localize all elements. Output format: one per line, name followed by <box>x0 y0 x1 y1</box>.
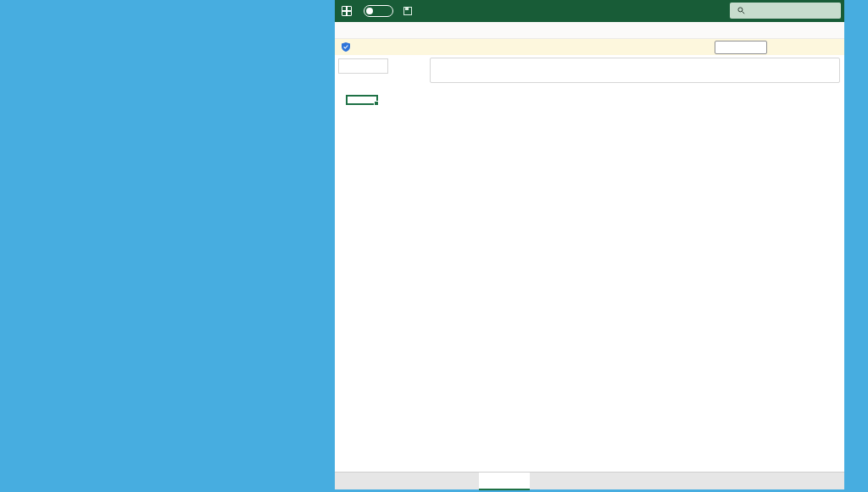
shield-icon <box>342 42 350 52</box>
formula-bar <box>335 55 844 86</box>
name-box[interactable] <box>338 58 388 74</box>
autosave-toggle[interactable] <box>364 5 393 17</box>
document-title <box>492 8 494 15</box>
toggle-knob-icon <box>366 8 373 14</box>
save-icon[interactable] <box>403 7 412 15</box>
column-header-row <box>335 85 844 95</box>
enable-editing-button[interactable] <box>715 41 767 54</box>
title-bar <box>335 0 844 22</box>
protected-view-banner <box>335 39 844 55</box>
spreadsheet-grid <box>335 85 844 472</box>
excel-app-icon <box>342 6 352 16</box>
menu-bar <box>335 22 844 39</box>
excel-window <box>335 0 844 489</box>
search-icon <box>737 7 745 14</box>
formula-input[interactable] <box>430 58 840 83</box>
sheet-tab-bar <box>335 472 844 489</box>
sheet-tab-is-det[interactable] <box>479 473 530 490</box>
selected-cell-outline <box>346 95 378 105</box>
search-box[interactable] <box>730 3 841 19</box>
